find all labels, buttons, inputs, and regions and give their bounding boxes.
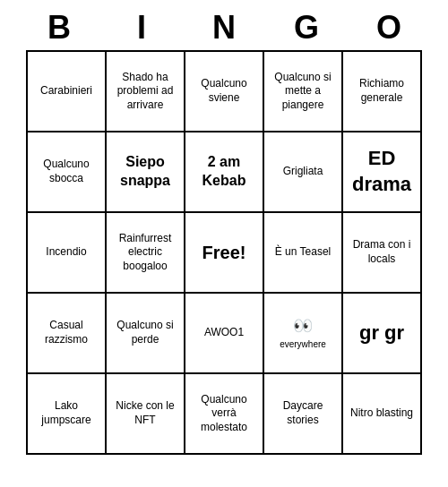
bingo-cell-23: Daycare stories [264, 374, 343, 455]
bingo-cell-14: Drama con i locals [343, 213, 422, 294]
bingo-cell-13: È un Teasel [264, 213, 343, 294]
letter-g: G [271, 9, 342, 47]
bingo-cell-19: gr gr [343, 294, 422, 374]
bingo-cell-5: Qualcuno sbocca [28, 132, 107, 213]
bingo-cell-0: Carabinieri [28, 52, 107, 132]
bingo-cell-8: Grigliata [264, 132, 343, 213]
bingo-cell-18: 👀everywhere [264, 294, 343, 374]
bingo-cell-22: Qualcuno verrà molestato [185, 374, 264, 455]
bingo-cell-1: Shado ha problemi ad arrivare [107, 52, 185, 132]
bingo-cell-6: Siepo snappa [107, 132, 185, 213]
bingo-cell-10: Incendio [28, 213, 107, 294]
bingo-title: B I N G O [18, 9, 430, 47]
bingo-cell-15: Casual razzismo [28, 294, 107, 374]
letter-o: O [353, 9, 425, 47]
bingo-cell-3: Qualcuno si mette a piangere [264, 52, 343, 132]
bingo-cell-12: Free! [185, 213, 264, 294]
bingo-grid: CarabinieriShado ha problemi ad arrivare… [26, 50, 422, 455]
bingo-cell-2: Qualcuno sviene [185, 52, 264, 132]
letter-i: I [106, 9, 177, 47]
bingo-cell-7: 2 am Kebab [185, 132, 264, 213]
letter-b: B [23, 9, 95, 47]
bingo-cell-17: AWOO1 [185, 294, 264, 374]
letter-n: N [188, 9, 260, 47]
bingo-cell-16: Qualcuno si perde [107, 294, 185, 374]
bingo-cell-9: ED drama [343, 132, 422, 213]
bingo-cell-20: Lako jumpscare [28, 374, 107, 455]
bingo-cell-11: Rainfurrest electric boogaloo [107, 213, 185, 294]
bingo-cell-24: Nitro blasting [343, 374, 422, 455]
bingo-cell-21: Nicke con le NFT [107, 374, 185, 455]
bingo-cell-4: Richiamo generale [343, 52, 422, 132]
